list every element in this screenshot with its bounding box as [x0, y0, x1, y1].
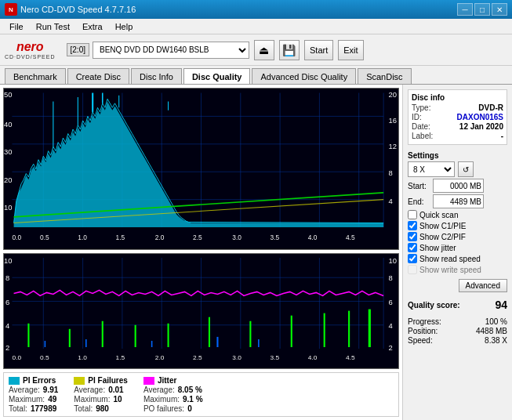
refresh-button[interactable]: ↺	[458, 161, 474, 177]
minimize-button[interactable]: ─	[457, 3, 473, 16]
svg-text:3.5: 3.5	[271, 233, 280, 241]
tab-disc-quality[interactable]: Disc Quality	[183, 68, 251, 84]
svg-text:3.0: 3.0	[232, 233, 241, 241]
position-label: Position:	[408, 327, 438, 335]
show-c2pif-checkbox[interactable]	[408, 232, 417, 241]
type-value: DVD-R	[478, 103, 503, 112]
svg-text:0.5: 0.5	[40, 233, 49, 241]
legend-area: PI Errors Average: 9.91 Maximum: 49 Tota…	[3, 372, 399, 417]
save-button[interactable]: 💾	[279, 40, 300, 60]
menu-run-test[interactable]: Run Test	[30, 20, 76, 33]
close-button[interactable]: ✕	[492, 3, 507, 16]
jitter-max-label: Maximum:	[143, 395, 180, 404]
tab-benchmark[interactable]: Benchmark	[5, 68, 66, 84]
menu-extra[interactable]: Extra	[76, 20, 109, 33]
advanced-button[interactable]: Advanced	[459, 279, 507, 292]
jitter-po-label: PO failures:	[143, 404, 184, 413]
tab-disc-info[interactable]: Disc Info	[131, 68, 182, 84]
tab-advanced-disc-quality[interactable]: Advanced Disc Quality	[252, 68, 356, 84]
show-c1pie-checkbox[interactable]	[408, 221, 417, 230]
quality-score-label: Quality score:	[408, 301, 460, 310]
pi-failures-total-value: 980	[96, 404, 109, 413]
maximize-button[interactable]: □	[474, 3, 490, 16]
menu-file[interactable]: File	[3, 20, 30, 33]
drive-selector: [2:0] BENQ DVD DD DW1640 BSLB	[67, 42, 249, 59]
disc-info-title: Disc info	[412, 93, 503, 102]
show-jitter-checkbox[interactable]	[408, 243, 417, 252]
svg-text:2.0: 2.0	[155, 354, 165, 361]
svg-text:0.0: 0.0	[12, 233, 21, 241]
eject-button[interactable]: ⏏	[254, 40, 274, 60]
show-read-speed-checkbox[interactable]	[408, 254, 417, 263]
quick-scan-label: Quick scan	[419, 211, 458, 219]
svg-text:2.5: 2.5	[193, 233, 202, 241]
progress-value: 100 %	[485, 317, 507, 326]
menu-help[interactable]: Help	[109, 20, 140, 33]
svg-text:12: 12	[388, 142, 396, 150]
main-content: 20 16 12 8 4 50 40 30 20 10 0.0 0.5 1.0 …	[0, 85, 512, 420]
svg-text:4: 4	[388, 197, 393, 205]
svg-text:1.5: 1.5	[116, 233, 125, 241]
start-input[interactable]	[433, 179, 484, 193]
svg-text:20: 20	[388, 90, 397, 99]
pi-errors-color-swatch	[9, 377, 20, 385]
show-jitter-label: Show jitter	[419, 244, 456, 252]
tab-bar: Benchmark Create Disc Disc Info Disc Qua…	[0, 66, 512, 85]
jitter-color-swatch	[143, 377, 154, 385]
legend-jitter: Jitter Average: 8.05 % Maximum: 9.1 % PO…	[143, 376, 203, 413]
pi-failures-label: PI Failures	[88, 376, 128, 385]
app-logo: nero CD·DVD/SPEED	[5, 40, 56, 60]
svg-text:0.0: 0.0	[12, 354, 21, 361]
svg-text:4: 4	[5, 322, 9, 330]
legend-pi-failures: PI Failures Average: 0.01 Maximum: 10 To…	[74, 376, 128, 413]
pi-failures-max-value: 10	[113, 395, 122, 404]
pi-errors-label: PI Errors	[23, 376, 56, 385]
svg-text:8: 8	[388, 274, 392, 282]
pi-failures-avg-label: Average:	[74, 386, 105, 394]
start-button[interactable]: Start	[304, 40, 333, 60]
upper-chart: 20 16 12 8 4 50 40 30 20 10 0.0 0.5 1.0 …	[3, 88, 399, 250]
svg-text:3.0: 3.0	[232, 354, 241, 361]
speed-label: Speed:	[408, 336, 433, 345]
start-label: Start:	[408, 182, 430, 190]
show-write-speed-checkbox[interactable]	[408, 265, 417, 274]
jitter-po-value: 0	[187, 404, 192, 413]
svg-text:0.5: 0.5	[40, 354, 49, 361]
drive-dropdown[interactable]: BENQ DVD DD DW1640 BSLB	[93, 42, 249, 59]
pi-errors-avg-value: 9.91	[43, 386, 58, 394]
position-value: 4488 MB	[476, 327, 507, 335]
svg-text:6: 6	[5, 298, 9, 306]
exit-button[interactable]: Exit	[338, 40, 363, 60]
quality-score-row: Quality score: 94	[408, 299, 507, 311]
tab-scandisc[interactable]: ScanDisc	[358, 68, 411, 84]
svg-text:8: 8	[5, 274, 9, 282]
pi-errors-avg-label: Average:	[9, 386, 40, 394]
pi-failures-max-label: Maximum:	[74, 395, 110, 404]
end-label: End:	[408, 197, 430, 206]
quick-scan-checkbox[interactable]	[408, 210, 417, 219]
menu-bar: File Run Test Extra Help	[0, 19, 512, 34]
svg-text:1.5: 1.5	[116, 354, 125, 361]
svg-text:3.5: 3.5	[271, 354, 280, 361]
svg-text:50: 50	[4, 90, 13, 99]
svg-text:10: 10	[388, 257, 396, 265]
jitter-max-value: 9.1 %	[183, 395, 203, 404]
drive-index-label: [2:0]	[67, 43, 89, 56]
end-input[interactable]	[433, 194, 484, 208]
jitter-avg-value: 8.05 %	[178, 386, 202, 394]
date-value: 12 Jan 2020	[459, 122, 503, 131]
charts-area: 20 16 12 8 4 50 40 30 20 10 0.0 0.5 1.0 …	[0, 85, 402, 420]
progress-section: Progress: 100 % Position: 4488 MB Speed:…	[408, 317, 507, 346]
toolbar: nero CD·DVD/SPEED [2:0] BENQ DVD DD DW16…	[0, 34, 512, 66]
tab-create-disc[interactable]: Create Disc	[67, 68, 129, 84]
svg-text:16: 16	[388, 116, 396, 125]
svg-text:20: 20	[4, 175, 13, 183]
svg-text:1.0: 1.0	[78, 354, 87, 361]
svg-text:30: 30	[4, 147, 13, 156]
show-c1pie-label: Show C1/PIE	[419, 222, 466, 230]
pi-errors-total-value: 177989	[31, 404, 56, 413]
speed-select[interactable]: 8 X	[408, 161, 455, 177]
svg-text:2: 2	[5, 344, 9, 352]
pi-errors-max-label: Maximum:	[9, 395, 45, 404]
svg-text:2.0: 2.0	[155, 233, 165, 241]
